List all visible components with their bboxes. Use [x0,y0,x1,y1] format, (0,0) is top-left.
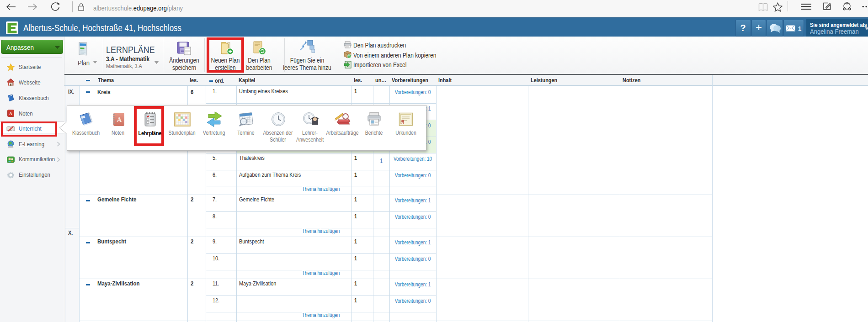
svg-text:A: A [117,116,122,123]
svg-text:A: A [9,111,12,116]
